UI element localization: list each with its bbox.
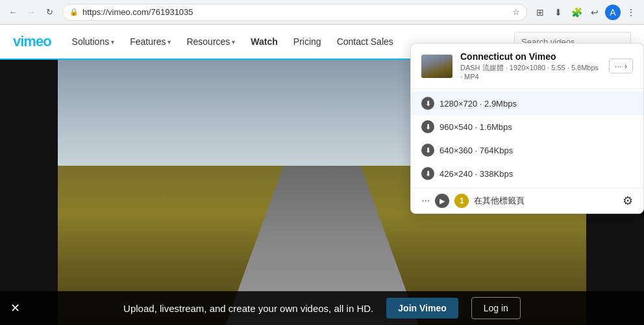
chevron-right-icon: › <box>625 61 627 71</box>
star-icon[interactable]: ☆ <box>512 7 520 17</box>
footer-more-icon[interactable]: ··· <box>421 195 430 207</box>
popup-title: Connecticut on Vimeo <box>460 51 601 62</box>
popup-header: Connecticut on Vimeo DASH 流媒體 · 1920×108… <box>411 44 643 89</box>
settings-icon[interactable]: ⚙ <box>623 194 633 208</box>
popup-more-button[interactable]: ··· › <box>609 58 633 73</box>
popup-thumbnail <box>421 55 452 78</box>
more-dots-icon: ··· <box>615 61 622 71</box>
back-button[interactable]: ← <box>5 5 21 20</box>
menu-icon[interactable]: ⋮ <box>623 5 639 20</box>
download-popup: Connecticut on Vimeo DASH 流媒體 · 1920×108… <box>410 43 644 214</box>
nav-buttons: ← → ↻ <box>5 5 57 20</box>
nav-resources[interactable]: Resources ▾ <box>186 36 235 47</box>
extension-icon[interactable]: 🧩 <box>569 5 584 20</box>
popup-body: ⬇ 1280×720 · 2.9Mbps ⬇ 960×540 · 1.6Mbps… <box>411 89 643 188</box>
join-vimeo-button[interactable]: Join Vimeo <box>386 298 458 318</box>
vimeo-logo[interactable]: vimeo <box>13 33 51 50</box>
popup-footer: ··· ▶ 1 在其他標籤頁 ⚙ <box>411 188 643 213</box>
footer-tab-badge: 1 <box>454 194 469 208</box>
chevron-down-icon: ▾ <box>232 38 235 46</box>
download-quality-icon: ⬇ <box>421 120 434 133</box>
download-quality-icon: ⬇ <box>421 97 434 110</box>
quality-item[interactable]: ⬇ 640×360 · 764Kbps <box>411 138 643 162</box>
left-letterbox <box>0 60 58 325</box>
log-in-button[interactable]: Log in <box>471 297 521 319</box>
quality-label: 640×360 · 764Kbps <box>440 146 633 155</box>
quality-item[interactable]: ⬇ 426×240 · 338Kbps <box>411 162 643 185</box>
download-icon[interactable]: ⬇ <box>551 5 566 20</box>
forward-button[interactable]: → <box>23 5 39 20</box>
bottom-banner: ✕ Upload, livestream, and create your ow… <box>0 291 644 325</box>
download-quality-icon: ⬇ <box>421 144 434 157</box>
profile-icon[interactable]: A <box>605 5 621 20</box>
popup-title-area: Connecticut on Vimeo DASH 流媒體 · 1920×108… <box>460 51 601 81</box>
footer-tab-text: 在其他標籤頁 <box>474 195 617 207</box>
address-bar[interactable]: 🔒 https://vimeo.com/761931035 ☆ <box>62 4 527 21</box>
lock-icon: 🔒 <box>69 8 79 16</box>
quality-label: 960×540 · 1.6Mbps <box>440 122 633 132</box>
close-banner-button[interactable]: ✕ <box>10 301 20 315</box>
quality-item[interactable]: ⬇ 960×540 · 1.6Mbps <box>411 115 643 138</box>
browser-actions: ⊞ ⬇ 🧩 ↩ A ⋮ <box>532 5 639 20</box>
page-content: vimeo Solutions ▾ Features ▾ Resources ▾… <box>0 25 644 325</box>
url-text: https://vimeo.com/761931035 <box>82 7 508 17</box>
quality-item[interactable]: ⬇ 1280×720 · 2.9Mbps <box>411 92 643 115</box>
nav-solutions[interactable]: Solutions ▾ <box>72 36 115 47</box>
browser-chrome: ← → ↻ 🔒 https://vimeo.com/761931035 ☆ ⊞ … <box>0 0 644 25</box>
reload-button[interactable]: ↻ <box>42 5 57 20</box>
screenshot-icon[interactable]: ⊞ <box>532 5 548 20</box>
popup-subtitle: DASH 流媒體 · 1920×1080 · 5:55 · 5.8Mbps · … <box>460 63 601 81</box>
nav-contact[interactable]: Contact Sales <box>337 36 393 47</box>
chevron-down-icon: ▾ <box>111 38 114 46</box>
chevron-down-icon: ▾ <box>167 38 171 46</box>
footer-play-button[interactable]: ▶ <box>435 194 449 208</box>
nav-features[interactable]: Features ▾ <box>130 36 171 47</box>
banner-text: Upload, livestream, and create your own … <box>123 303 373 314</box>
nav-watch[interactable]: Watch <box>251 36 277 47</box>
nav-pricing[interactable]: Pricing <box>293 36 321 47</box>
quality-label: 1280×720 · 2.9Mbps <box>440 99 633 109</box>
history-back-icon[interactable]: ↩ <box>587 5 602 20</box>
quality-label: 426×240 · 338Kbps <box>440 169 633 179</box>
download-quality-icon: ⬇ <box>421 167 434 180</box>
